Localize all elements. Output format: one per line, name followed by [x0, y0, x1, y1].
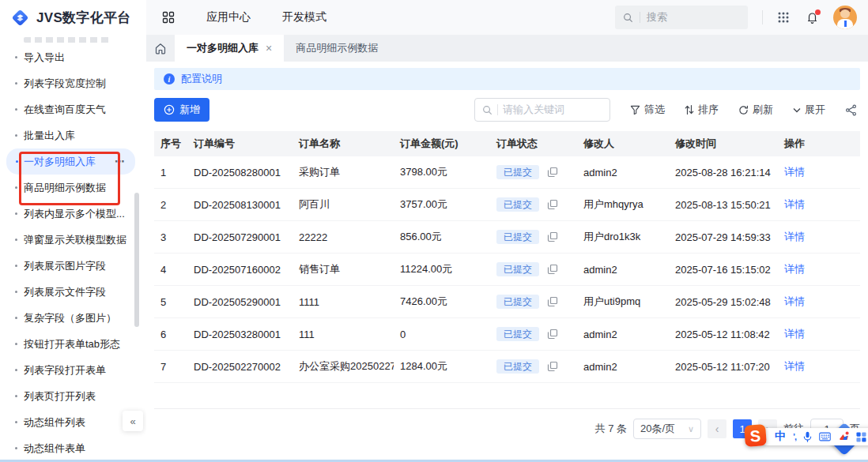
cell-amount: 11224.00元: [394, 254, 490, 286]
sidebar-item[interactable]: 列表字段打开表单: [0, 357, 146, 383]
tab-strip: 一对多明细入库 × 商品明细示例数据: [146, 35, 868, 62]
clipped-sidebar-item: [24, 37, 112, 43]
table-row: 3DD-20250729000122222856.00元已提交用户dro1k3k…: [154, 221, 860, 254]
detail-link[interactable]: 详情: [784, 166, 805, 178]
ime-grid-icon[interactable]: [856, 432, 866, 442]
status-badge: 已提交: [496, 165, 539, 179]
cell-action: 详情: [778, 156, 860, 189]
page-size-select[interactable]: 20条/页 ∨: [633, 419, 701, 439]
keyboard-icon[interactable]: [819, 432, 831, 441]
apps-launcher-icon[interactable]: [777, 11, 790, 24]
sidebar-item[interactable]: 列表页打开列表: [0, 383, 146, 409]
detail-link[interactable]: 详情: [784, 263, 805, 275]
cell-seq: 2: [154, 189, 187, 221]
home-icon[interactable]: [146, 35, 175, 62]
cell-status: 已提交: [490, 318, 577, 351]
sidebar-item-label: 批量出入库: [24, 129, 75, 143]
cell-amount: 7426.00元: [394, 286, 490, 318]
cell-seq: 5: [154, 286, 187, 318]
sidebar-collapse-button[interactable]: «: [123, 411, 143, 431]
table-row: 5DD-20250529000111117426.00元已提交用户uti9pmq…: [154, 286, 860, 318]
prev-page-button[interactable]: ‹: [708, 419, 726, 438]
ime-punctuation-toggle[interactable]: ’,: [793, 432, 796, 441]
sidebar-item[interactable]: 导入导出: [0, 44, 146, 70]
copy-icon[interactable]: [547, 329, 558, 340]
sort-arrows-icon: [685, 104, 694, 115]
bullet-icon: [16, 160, 18, 163]
sidebar-item[interactable]: 在线查询百度天气: [0, 96, 146, 122]
bullet-icon: [15, 343, 17, 345]
cell-modified: 2025-05-29 15:02:48: [669, 286, 778, 318]
detail-link[interactable]: 详情: [784, 328, 805, 340]
table-row: 6DD-2025032800011110已提交admin22025-05-12 …: [154, 318, 860, 351]
expand-button[interactable]: 展开: [793, 103, 825, 117]
nav-dev-mode[interactable]: 开发模式: [282, 10, 326, 24]
detail-link[interactable]: 详情: [784, 295, 805, 307]
copy-icon[interactable]: [547, 296, 558, 307]
detail-link[interactable]: 详情: [784, 198, 805, 210]
sidebar-item[interactable]: 列表字段宽度控制: [0, 70, 146, 96]
ime-toolbox-icon[interactable]: [838, 431, 849, 442]
microphone-icon[interactable]: [803, 431, 812, 442]
sidebar-item[interactable]: 列表内显示多个模型...: [0, 201, 146, 227]
copy-icon[interactable]: [547, 361, 558, 372]
sidebar-item[interactable]: 按钮打开表单tab形态: [0, 331, 146, 357]
cell-order-no: DD-202508130001: [187, 189, 292, 221]
keyword-search-input[interactable]: 请输入关键词: [474, 98, 610, 122]
sidebar-item[interactable]: 列表展示文件字段: [0, 279, 146, 305]
copy-icon[interactable]: [547, 264, 558, 275]
cell-order-name: 1111: [292, 286, 394, 318]
more-icon[interactable]: ⋯: [115, 156, 126, 167]
bullet-icon: [15, 291, 17, 293]
filter-button[interactable]: 筛选: [630, 103, 665, 117]
tab-active[interactable]: 一对多明细入库 ×: [175, 35, 284, 62]
sogou-logo-icon[interactable]: S: [744, 424, 767, 447]
copy-icon[interactable]: [547, 167, 558, 178]
table-header-row: 序号订单编号订单名称订单金额(元)订单状态修改人修改时间操作: [154, 131, 860, 156]
cell-action: 详情: [778, 286, 860, 318]
sidebar-item[interactable]: 动态组件表单: [0, 435, 146, 461]
sidebar-item[interactable]: 列表展示图片字段: [0, 253, 146, 279]
notification-bell-icon[interactable]: [806, 11, 819, 24]
cell-order-name: 111: [292, 318, 394, 351]
cell-order-no: DD-202507290001: [187, 221, 292, 254]
sidebar-item-label: 动态组件列表: [24, 415, 85, 430]
sort-button[interactable]: 排序: [685, 103, 719, 117]
bullet-icon: [15, 369, 17, 371]
workspace-grid-icon[interactable]: [162, 11, 175, 24]
close-icon[interactable]: ×: [266, 42, 272, 54]
bullet-icon: [15, 212, 17, 215]
detail-link[interactable]: 详情: [784, 231, 805, 242]
cell-modifier: admin2: [577, 351, 669, 383]
user-avatar[interactable]: [833, 6, 857, 29]
add-button[interactable]: 新增: [154, 98, 209, 122]
cell-order-no: DD-202508280001: [187, 156, 292, 189]
sidebar-item-label: 列表展示文件字段: [24, 285, 106, 299]
config-banner-link[interactable]: 配置说明: [181, 72, 222, 86]
logo-area: JVS数字化平台: [0, 0, 146, 35]
sidebar-item[interactable]: 批量出入库: [0, 122, 146, 148]
cell-modified: 2025-07-16 15:15:02: [669, 254, 778, 286]
column-header: 订单编号: [187, 131, 292, 156]
sidebar-item-active[interactable]: 一对多明细入库⋯: [6, 148, 135, 175]
ime-mode-toggle[interactable]: 中: [775, 430, 786, 444]
share-icon[interactable]: [845, 104, 857, 116]
sidebar-item[interactable]: 商品明细示例数据: [0, 175, 146, 201]
sort-label: 排序: [698, 103, 719, 117]
sidebar-scrollbar[interactable]: [134, 193, 139, 327]
sidebar-item[interactable]: 弹窗显示关联模型数据: [0, 227, 146, 253]
status-badge: 已提交: [496, 359, 539, 374]
column-header: 操作: [778, 131, 860, 156]
cell-amount: 856.00元: [394, 221, 490, 254]
tab-inactive[interactable]: 商品明细示例数据: [284, 35, 390, 62]
column-header: 订单名称: [292, 131, 394, 156]
chevron-down-icon: ∨: [688, 424, 694, 434]
detail-link[interactable]: 详情: [784, 360, 805, 372]
refresh-button[interactable]: 刷新: [738, 103, 773, 117]
copy-icon[interactable]: [547, 199, 558, 210]
copy-icon[interactable]: [547, 231, 558, 242]
nav-app-center[interactable]: 应用中心: [206, 10, 251, 24]
sidebar-item[interactable]: 复杂字段（多图片）: [0, 305, 146, 331]
global-search-input[interactable]: 搜索: [615, 6, 748, 29]
config-banner: i 配置说明: [154, 68, 860, 90]
